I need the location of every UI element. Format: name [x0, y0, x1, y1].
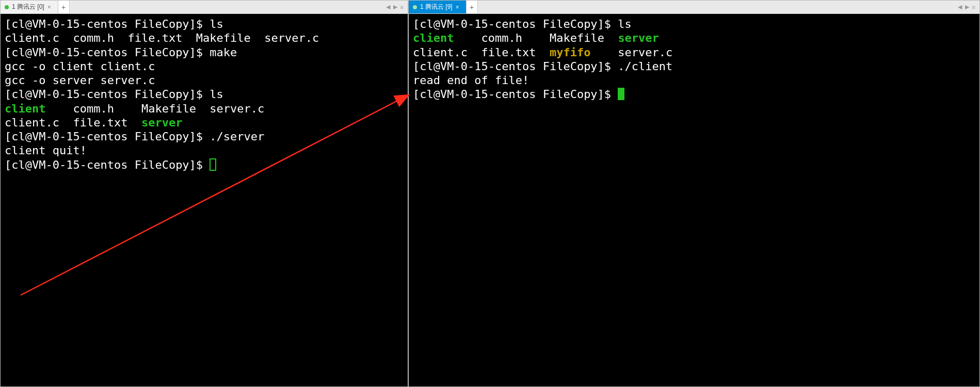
terminal-line: [cl@VM-0-15-centos FileCopy]$ ls [5, 87, 404, 101]
terminal-line: [cl@VM-0-15-centos FileCopy]$ [413, 87, 975, 101]
status-dot-icon [5, 5, 9, 9]
status-dot-icon [413, 5, 417, 9]
terminal-right[interactable]: [cl@VM-0-15-centos FileCopy]$ lsclient c… [409, 14, 979, 386]
tab-title: 1 腾讯云 [0] [12, 3, 44, 11]
terminal-line: gcc -o client client.c [5, 59, 404, 73]
tab-nav: ◀ ▶ ≡ [382, 1, 408, 13]
tab-right[interactable]: 1 腾讯云 [9] × [409, 1, 467, 13]
terminal-text: client.c comm.h file.txt Makefile server… [5, 31, 319, 44]
terminal-text: [cl@VM-0-15-centos FileCopy]$ make [5, 46, 237, 59]
terminal-text: server [618, 31, 658, 44]
right-tabbar: 1 腾讯云 [9] × + ◀ ▶ ≡ [409, 1, 979, 14]
terminal-text: comm.h Makefile server.c [45, 102, 264, 115]
left-pane: 1 腾讯云 [0] × + ◀ ▶ ≡ [cl@VM-0-15-centos F… [0, 0, 408, 387]
terminal-line: read end of file! [413, 73, 975, 87]
terminal-text: client [413, 31, 454, 44]
terminal-text: client.c file.txt [413, 46, 550, 59]
terminal-text: gcc -o server server.c [5, 74, 155, 87]
tab-nav: ◀ ▶ ≡ [954, 1, 979, 13]
terminal-text: gcc -o client client.c [5, 60, 155, 73]
terminal-line: client quit! [5, 143, 404, 157]
tab-title: 1 腾讯云 [9] [420, 3, 453, 11]
cursor-icon [618, 88, 624, 100]
tab-next-icon[interactable]: ▶ [393, 4, 397, 10]
terminal-text: server.c [590, 46, 672, 59]
terminal-line: [cl@VM-0-15-centos FileCopy]$ [5, 158, 404, 172]
terminal-text: client [5, 102, 45, 115]
terminal-text: [cl@VM-0-15-centos FileCopy]$ [5, 158, 210, 171]
terminal-text: myfifo [550, 46, 590, 59]
terminal-line: [cl@VM-0-15-centos FileCopy]$ make [5, 45, 404, 59]
terminal-text: [cl@VM-0-15-centos FileCopy]$ ls [413, 18, 632, 30]
terminal-text: [cl@VM-0-15-centos FileCopy]$ ./server [5, 130, 264, 143]
cursor-icon [210, 158, 216, 171]
terminal-line: [cl@VM-0-15-centos FileCopy]$ ./server [5, 130, 404, 143]
tab-menu-icon[interactable]: ≡ [972, 4, 975, 10]
terminal-line: [cl@VM-0-15-centos FileCopy]$ ls [413, 17, 975, 31]
terminal-line: [cl@VM-0-15-centos FileCopy]$ ls [5, 17, 404, 31]
new-tab-button[interactable]: + [58, 1, 70, 13]
terminal-line: gcc -o server server.c [5, 73, 404, 87]
close-icon[interactable]: × [47, 5, 53, 10]
terminal-text: [cl@VM-0-15-centos FileCopy]$ ls [5, 18, 223, 30]
tab-prev-icon[interactable]: ◀ [958, 4, 962, 10]
close-icon[interactable]: × [456, 5, 461, 10]
right-pane: 1 腾讯云 [9] × + ◀ ▶ ≡ [cl@VM-0-15-centos F… [408, 0, 980, 387]
terminal-line: client comm.h Makefile server [413, 31, 975, 45]
terminal-text: server [141, 116, 182, 129]
terminal-text: [cl@VM-0-15-centos FileCopy]$ ls [5, 88, 223, 101]
terminal-line: [cl@VM-0-15-centos FileCopy]$ ./client [413, 59, 975, 73]
left-tabbar: 1 腾讯云 [0] × + ◀ ▶ ≡ [1, 1, 408, 14]
tab-next-icon[interactable]: ▶ [965, 4, 969, 10]
terminal-text: client quit! [5, 144, 87, 157]
terminal-line: client.c file.txt server [5, 116, 404, 130]
terminal-text: client.c file.txt [5, 116, 141, 129]
terminal-text: [cl@VM-0-15-centos FileCopy]$ ./client [413, 60, 672, 73]
new-tab-button[interactable]: + [467, 1, 478, 13]
terminal-left[interactable]: [cl@VM-0-15-centos FileCopy]$ lsclient.c… [1, 14, 408, 386]
terminal-line: client.c file.txt myfifo server.c [413, 45, 975, 59]
terminal-line: client.c comm.h file.txt Makefile server… [5, 31, 404, 45]
terminal-text: comm.h Makefile [454, 31, 618, 44]
tab-menu-icon[interactable]: ≡ [400, 4, 404, 10]
tab-left[interactable]: 1 腾讯云 [0] × [1, 1, 58, 13]
terminal-text: read end of file! [413, 74, 529, 87]
terminal-text: [cl@VM-0-15-centos FileCopy]$ [413, 88, 618, 101]
terminal-line: client comm.h Makefile server.c [5, 102, 404, 116]
tab-prev-icon[interactable]: ◀ [386, 4, 390, 10]
